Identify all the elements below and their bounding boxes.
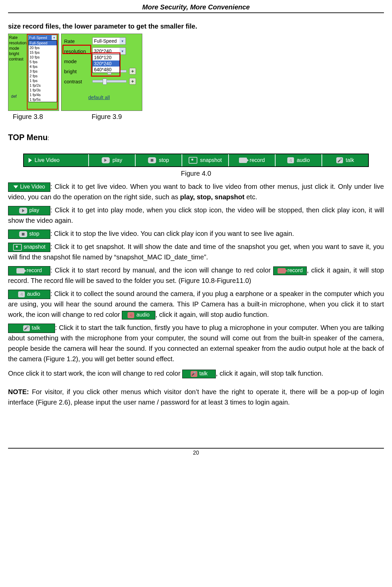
plus-icon[interactable]: +: [129, 78, 136, 85]
camera-icon: [189, 157, 197, 164]
para-note: NOTE: For visitor, if you click other me…: [8, 387, 384, 408]
audio-icon-red: ♫: [128, 312, 134, 318]
rate-option[interactable]: 10 fps: [29, 55, 57, 59]
menubar-stop[interactable]: stop: [136, 154, 182, 166]
play-icon: [19, 208, 27, 214]
record-button-red[interactable]: record: [273, 266, 307, 275]
record-icon-red: [278, 268, 286, 274]
rate-option[interactable]: 1 fp/3s: [29, 88, 57, 92]
record-icon: [16, 268, 24, 274]
rate-option[interactable]: 1 fps: [29, 78, 57, 83]
stop-button[interactable]: stop: [8, 229, 50, 239]
rate-option[interactable]: Full-Speed: [29, 41, 57, 45]
res-option[interactable]: 160*120: [93, 54, 119, 60]
fig38-def-label: def: [11, 94, 27, 99]
plus-icon[interactable]: +: [129, 68, 136, 75]
menubar-label: play: [112, 157, 122, 163]
talk-button[interactable]: 🎤 talk: [8, 324, 55, 333]
snapshot-button[interactable]: snapshot: [8, 243, 50, 252]
figure-3-9-panel: Rate Full-Speed ▾ resolution 320*240 ▾ m…: [61, 34, 142, 111]
audio-icon: ♫: [287, 157, 294, 163]
fig39-bright-label: bright: [64, 69, 92, 74]
res-option[interactable]: 320*240: [93, 60, 119, 67]
talk-icon: 🎤: [23, 325, 30, 331]
fig38-label-resolution: resolution: [9, 40, 28, 46]
para-record: record : Click it to start record by man…: [8, 265, 384, 286]
fig38-label-rate: Rate: [9, 35, 28, 40]
rate-select[interactable]: Full-Speed ▾: [28, 35, 56, 40]
audio-button-red[interactable]: ♫ audio: [122, 311, 155, 320]
menubar-label: record: [250, 157, 265, 163]
record-button[interactable]: record: [8, 266, 50, 276]
rate-option[interactable]: 5 fps: [29, 59, 57, 64]
page-footer: 20: [8, 448, 384, 456]
fig38-label-contrast: contrast: [9, 56, 28, 62]
figure-4-0-caption: Figure 4.0: [23, 170, 369, 177]
chevron-down-icon: ▾: [119, 38, 126, 44]
figure-3-8-panel: Rate resolution mode bright contrast def…: [8, 34, 59, 111]
stop-icon: [148, 157, 156, 163]
play-button[interactable]: play: [8, 206, 50, 215]
rate-option[interactable]: 2 fps: [29, 74, 57, 78]
page-number: 20: [193, 450, 199, 456]
chevron-down-icon: ▾: [52, 35, 56, 40]
fig39-contrast-label: contrast: [64, 79, 92, 84]
default-all-link[interactable]: default all: [88, 94, 110, 100]
record-icon: [239, 158, 247, 163]
menubar-record[interactable]: record: [229, 154, 276, 166]
fig39-mode-label: mode: [64, 58, 92, 64]
contrast-slider[interactable]: [92, 80, 127, 83]
rate-option[interactable]: 1 fp/2s: [29, 83, 57, 88]
resolution-dropdown[interactable]: 160*120 320*240 640*480: [92, 54, 120, 73]
talk-button-red[interactable]: 🎤 talk: [182, 370, 216, 378]
stop-icon: [19, 231, 27, 237]
slider-thumb[interactable]: [103, 79, 107, 85]
rate-option[interactable]: 3 fps: [29, 69, 57, 74]
top-menubar: Live Video play stop snapshot record ♫ a…: [23, 154, 369, 167]
fig38-label-mode: mode: [9, 46, 28, 51]
menubar-play[interactable]: play: [89, 154, 136, 166]
intro-line: size record files, the lower parameter t…: [8, 23, 384, 30]
para-stop: stop : Click it to stop the live video. …: [8, 228, 384, 239]
menubar-label: audio: [297, 157, 310, 163]
play-icon: [102, 157, 110, 163]
menubar-live-video[interactable]: Live Video: [24, 154, 89, 166]
rate-option[interactable]: 15 fps: [29, 50, 57, 55]
figure-3-9-caption: Figure 3.9: [92, 113, 122, 121]
para-talk-2: Once click it to start work, the icon wi…: [8, 368, 384, 379]
para-snapshot: snapshot : Click it to get snapshot. It …: [8, 242, 384, 262]
play-triangle-icon: [29, 158, 32, 163]
para-talk: 🎤 talk : Click it to start the talk func…: [8, 323, 384, 364]
triangle-down-icon: [13, 185, 18, 188]
header-title: More Security, More Convenience: [142, 3, 250, 11]
menubar-talk[interactable]: 🎤 talk: [322, 154, 368, 166]
fig38-label-bright: bright: [9, 51, 28, 56]
rate-option[interactable]: 20 fps: [29, 45, 57, 50]
fig39-red-highlight-label: [62, 45, 91, 54]
menubar-label: talk: [346, 157, 354, 163]
rate-option[interactable]: 1 fp/5s: [29, 97, 57, 102]
rate-dropdown[interactable]: Full-Speed 20 fps 15 fps 10 fps 5 fps 4 …: [28, 40, 57, 102]
res-option[interactable]: 640*480: [93, 67, 119, 73]
talk-icon: 🎤: [336, 157, 343, 163]
para-play: play : Click it to get into play mode, w…: [8, 205, 384, 226]
menubar-label: snapshot: [200, 157, 222, 163]
live-video-button[interactable]: Live Video: [8, 182, 50, 192]
para-audio: ♫ audio : Click it to collect the sound …: [8, 289, 384, 320]
page-header: More Security, More Convenience: [8, 3, 384, 13]
menubar-audio[interactable]: ♫ audio: [276, 154, 322, 166]
rate-select-value: Full-Speed: [29, 36, 47, 40]
audio-button[interactable]: ♫ audio: [8, 290, 50, 299]
figure-3-8-caption: Figure 3.8: [13, 113, 43, 121]
para-live-video: Live Video : Click it to get live video.…: [8, 181, 384, 202]
rate-combo-value: Full-Speed: [94, 38, 117, 44]
talk-icon-red: 🎤: [191, 371, 197, 377]
menubar-snapshot[interactable]: snapshot: [182, 154, 229, 166]
rate-option[interactable]: 1 fp/4s: [29, 92, 57, 97]
top-menu-heading: TOP Menu:: [8, 133, 384, 142]
rate-combo[interactable]: Full-Speed ▾: [92, 37, 126, 45]
camera-icon: [13, 244, 22, 251]
audio-icon: ♫: [18, 291, 25, 297]
rate-option[interactable]: 4 fps: [29, 64, 57, 69]
menubar-label: Live Video: [35, 157, 59, 163]
